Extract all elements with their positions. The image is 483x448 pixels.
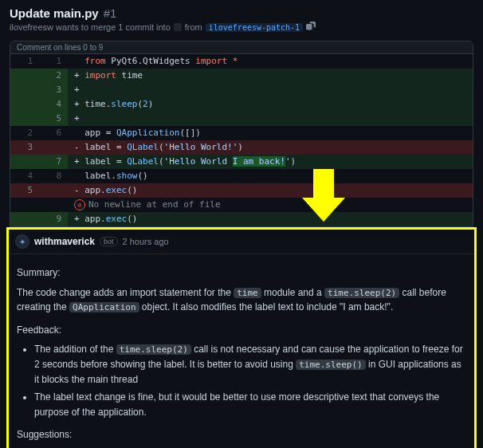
merge-description: ilovefreesw wants to merge 1 commit into…: [10, 22, 473, 33]
code-chip: time.sleep(): [296, 360, 365, 370]
line-number-old[interactable]: [10, 97, 39, 112]
line-number-old[interactable]: 4: [10, 169, 39, 183]
diff-row[interactable]: 11 from PyQt6.QtWidgets import *: [10, 54, 473, 69]
line-number-new[interactable]: 5: [39, 112, 68, 126]
diff-row[interactable]: 2+ import time: [10, 69, 473, 83]
diff-row[interactable]: 26 app = QApplication([]): [10, 126, 473, 140]
code-cell[interactable]: +: [68, 112, 473, 126]
diff-row[interactable]: 9+ app.exec(): [10, 212, 473, 226]
line-number-old[interactable]: [10, 212, 39, 226]
line-number-new[interactable]: 1: [39, 54, 68, 69]
no-newline-icon: ⊘: [74, 199, 85, 210]
head-branch-chip[interactable]: ilovefreesw-patch-1: [206, 23, 303, 32]
diff-row[interactable]: 5- app.exec(): [10, 183, 473, 198]
diff-row[interactable]: 4+ time.sleep(2): [10, 97, 473, 112]
pr-number: #1: [104, 6, 117, 20]
bot-badge: bot: [100, 237, 118, 246]
copy-icon[interactable]: [306, 22, 316, 33]
diff-row[interactable]: 5+: [10, 112, 473, 126]
line-number-new[interactable]: 3: [39, 83, 68, 97]
code-cell[interactable]: app = QApplication([]): [68, 126, 473, 140]
avatar[interactable]: ✦: [15, 234, 29, 249]
line-number-new[interactable]: [39, 140, 68, 155]
diff-row[interactable]: ⊘No newline at end of file: [10, 198, 473, 212]
list-item: The addition of the time.sleep(2) call i…: [34, 342, 466, 387]
line-number-old[interactable]: [10, 155, 39, 169]
base-branch-chip[interactable]: [174, 23, 182, 31]
summary-label: Summary:: [17, 265, 466, 281]
diff-row[interactable]: 48 label.show(): [10, 169, 473, 183]
line-number-new[interactable]: 4: [39, 97, 68, 112]
feedback-list: The addition of the time.sleep(2) call i…: [34, 342, 466, 419]
pr-header: Update main.py #1 ilovefreesw wants to m…: [0, 0, 483, 36]
feedback-label: Feedback:: [17, 323, 466, 338]
code-cell[interactable]: - app.exec(): [68, 183, 473, 198]
merge-text-prefix: ilovefreesw wants to merge 1 commit into: [10, 22, 171, 32]
diff-table: 11 from PyQt6.QtWidgets import *2+ impor…: [10, 54, 473, 226]
comment-body: Summary: The code change adds an import …: [9, 254, 474, 448]
code-cell[interactable]: + app.exec(): [68, 212, 473, 226]
line-number-old[interactable]: [10, 83, 39, 97]
line-number-old[interactable]: 5: [10, 183, 39, 198]
line-number-new[interactable]: 8: [39, 169, 68, 183]
diff-row[interactable]: 3- label = QLabel('Hello World!'): [10, 140, 473, 155]
line-number-old[interactable]: 2: [10, 126, 39, 140]
pr-title[interactable]: Update main.py: [10, 6, 99, 20]
code-cell[interactable]: + time.sleep(2): [68, 97, 473, 112]
list-item: The label text change is fine, but it wo…: [34, 390, 466, 419]
annotation-arrow: [302, 169, 345, 225]
line-number-old[interactable]: [10, 69, 39, 83]
line-number-old[interactable]: 1: [10, 54, 39, 69]
line-number-new[interactable]: 7: [39, 155, 68, 169]
line-number-new[interactable]: [39, 183, 68, 198]
code-cell[interactable]: from PyQt6.QtWidgets import *: [68, 54, 473, 69]
line-number-new[interactable]: 2: [39, 69, 68, 83]
code-cell[interactable]: - label = QLabel('Hello World!'): [68, 140, 473, 155]
code-chip: time: [234, 288, 261, 298]
code-cell[interactable]: + label = QLabel('Hello World I am back!…: [68, 155, 473, 169]
code-chip: time.sleep(2): [116, 344, 191, 355]
comment-timestamp[interactable]: 2 hours ago: [123, 237, 169, 246]
comment-header: ✦ withmaverick bot 2 hours ago: [9, 230, 474, 254]
line-number-new[interactable]: 6: [39, 126, 68, 140]
merge-text-from: from: [185, 22, 202, 32]
summary-text: The code change adds an import statement…: [17, 285, 466, 315]
code-chip: time.sleep(2): [324, 288, 399, 298]
no-newline-text: No newline at end of file: [88, 198, 221, 212]
comment-range-bar: Comment on lines 0 to 9: [10, 41, 473, 54]
code-cell[interactable]: +: [68, 83, 473, 97]
diff-row[interactable]: 7+ label = QLabel('Hello World I am back…: [10, 155, 473, 169]
diff-view: Comment on lines 0 to 9 11 from PyQt6.Qt…: [10, 41, 473, 227]
code-cell[interactable]: + import time: [68, 69, 473, 83]
code-cell[interactable]: label.show(): [68, 169, 473, 183]
line-number-new[interactable]: 9: [39, 212, 68, 226]
review-comment: ✦ withmaverick bot 2 hours ago Summary: …: [6, 227, 477, 448]
code-chip: QApplication: [69, 302, 139, 312]
line-number-old[interactable]: [10, 112, 39, 126]
diff-row[interactable]: 3+: [10, 83, 473, 97]
suggestions-label: Suggestions:: [17, 427, 466, 442]
line-number-old[interactable]: 3: [10, 140, 39, 155]
comment-author[interactable]: withmaverick: [34, 236, 95, 247]
